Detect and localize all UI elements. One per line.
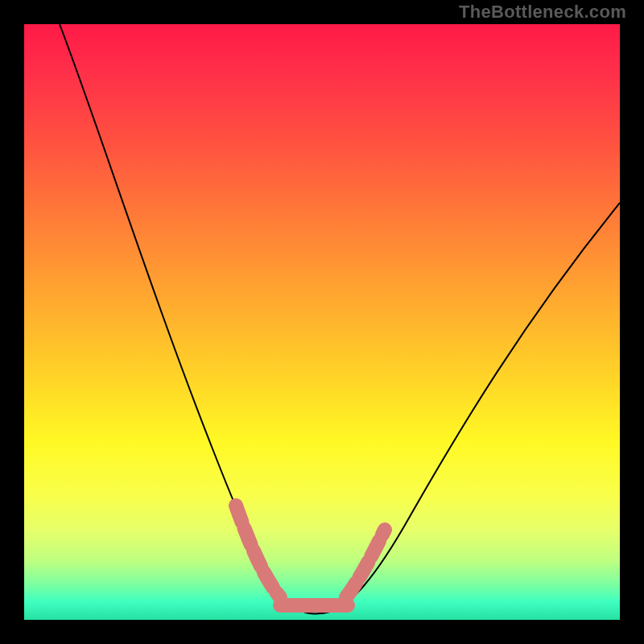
- chart-container: TheBottleneck.com: [0, 0, 644, 644]
- bottleneck-curve: [60, 24, 620, 614]
- optimal-marker-left: [236, 506, 280, 597]
- optimal-marker-right: [346, 530, 385, 597]
- plot-area: [24, 24, 620, 620]
- watermark-text: TheBottleneck.com: [459, 2, 626, 23]
- curve-layer: [24, 24, 620, 620]
